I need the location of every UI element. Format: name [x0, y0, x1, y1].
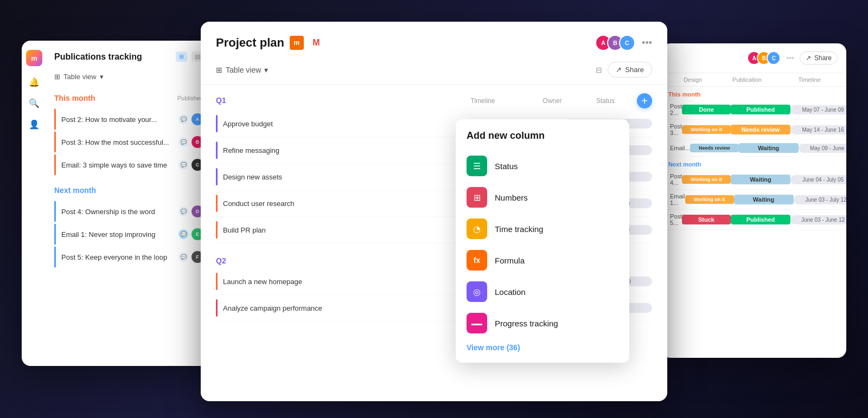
timeline-col-header: Timeline	[777, 76, 842, 83]
right-next-month-label: Next month	[662, 157, 846, 170]
left-panel-inner: Publications tracking ⊞ ▤ ⊞ Table view ▾…	[22, 41, 214, 267]
chat-icon: 💬	[178, 160, 188, 170]
design-badge: Working on it	[685, 195, 734, 204]
this-month-header: This month Published	[54, 94, 203, 102]
task-bar	[216, 195, 218, 212]
dropdown-title: Add new column	[467, 130, 618, 142]
right-table-row[interactable]: Post 2... Done Published May 07 - June 0…	[662, 100, 846, 120]
this-month-label: This month	[54, 94, 95, 102]
next-month-item-1[interactable]: Post 4: Ownership is the word 💬 D	[54, 201, 203, 222]
owner-col-header: Owner	[531, 97, 574, 105]
right-share-icon: ↗	[806, 54, 811, 62]
right-share-button[interactable]: ↗ Share	[800, 52, 838, 65]
right-task-name: Email 1...	[670, 193, 685, 206]
next-month-item-2[interactable]: Email 1: Never stop improving 💬 E	[54, 224, 203, 245]
this-month-item-3[interactable]: Email: 3 simple ways to save time 💬 C	[54, 155, 203, 175]
task-bar	[216, 168, 218, 185]
progress-label: Progress tracking	[495, 319, 558, 328]
right-task-name: Email...	[670, 145, 690, 151]
chat-icon: 💬	[178, 252, 188, 262]
location-icon: ◎	[467, 281, 487, 302]
app-logo: m	[26, 50, 42, 66]
next-month-header: Next month	[54, 186, 203, 195]
chevron-down-icon: ▾	[100, 73, 104, 81]
right-this-month-label: This month	[662, 87, 846, 100]
right-more-options[interactable]: •••	[786, 54, 794, 62]
right-table-row[interactable]: Post 3... Working on it Needs review May…	[662, 120, 846, 140]
table-icon: ⊞	[54, 73, 60, 81]
bell-icon[interactable]: 🔔	[29, 77, 40, 87]
item-icons: 💬 C	[178, 159, 203, 171]
chat-icon: 💬	[178, 114, 188, 124]
item-icons: 💬 A	[178, 113, 203, 125]
progress-icon: ▬▬	[467, 313, 487, 333]
table-view-bar: ⊞ Table view ▾ ⊟ ↗ Share	[201, 55, 667, 85]
dropdown-item-location[interactable]: ◎ Location	[467, 276, 618, 307]
design-badge: Working on it	[682, 175, 731, 184]
avatars-group: A B C	[595, 35, 635, 51]
next-month-item-3[interactable]: Post 5: Keep everyone in the loop 💬 F	[54, 247, 203, 267]
view-label: Table view	[63, 73, 97, 81]
user-icon[interactable]: 👤	[29, 119, 40, 130]
right-panel-header: A B C ••• ↗ Share	[662, 43, 846, 73]
design-badge: Needs review	[690, 144, 739, 152]
share-button[interactable]: ↗ Share	[608, 62, 652, 78]
view-selector[interactable]: ⊞ Table view ▾	[54, 73, 203, 81]
right-table-row[interactable]: Email 1... Working on it Waiting June 03…	[662, 190, 846, 210]
dropdown-item-numbers[interactable]: ⊞ Numbers	[467, 182, 618, 213]
item-text: Post 2: How to motivate your...	[61, 115, 174, 124]
dropdown-item-formula[interactable]: fx Formula	[467, 245, 618, 276]
dropdown-item-time-tracking[interactable]: ◔ Time tracking	[467, 213, 618, 245]
chevron-icon: ▾	[264, 66, 268, 74]
left-panel: Publications tracking ⊞ ▤ ⊞ Table view ▾…	[22, 41, 214, 366]
table-icon: ⊞	[216, 66, 222, 74]
dropdown-item-progress[interactable]: ▬▬ Progress tracking	[467, 307, 618, 339]
header-right: A B C •••	[595, 35, 652, 51]
task-bar	[216, 115, 218, 132]
table-view-right: ⊟ ↗ Share	[596, 62, 652, 78]
published-col-label: Published	[177, 95, 203, 101]
right-task-name: Post 2...	[670, 103, 682, 116]
right-panel: A B C ••• ↗ Share Design Publication Tim…	[662, 43, 846, 358]
this-month-item-2[interactable]: Post 3: How the most successful... 💬 B	[54, 132, 203, 152]
timeline-col-header: Timeline	[439, 97, 526, 105]
add-column-button[interactable]: +	[637, 93, 652, 108]
view-more-link[interactable]: View more (36)	[467, 343, 618, 352]
design-col-header: Design	[668, 76, 717, 83]
right-table-row[interactable]: Email... Needs review Waiting May 09 - J…	[662, 140, 846, 157]
main-panel-header: Project plan m M A B C •••	[201, 22, 667, 51]
timeline-badge: May 09 - June 23	[799, 144, 846, 153]
publication-badge: Published	[731, 215, 790, 224]
chat-icon: 💬	[178, 229, 188, 239]
numbers-label: Numbers	[495, 193, 528, 202]
share-label: Share	[625, 66, 644, 74]
more-options-icon[interactable]: •••	[642, 37, 652, 49]
filter-icon[interactable]: ⊟	[596, 66, 602, 74]
dropdown-item-status[interactable]: ☰ Status	[467, 150, 618, 182]
q1-label: Q1	[216, 96, 226, 105]
item-icons: 💬 F	[178, 251, 203, 263]
right-table-row[interactable]: Post 4... Working on it Waiting June 04 …	[662, 170, 846, 190]
table-icon-btn[interactable]: ⊞	[176, 52, 187, 62]
status-icon: ☰	[467, 156, 487, 176]
q2-label: Q2	[216, 256, 226, 265]
project-title: Project plan	[216, 36, 284, 50]
next-month-label: Next month	[54, 186, 96, 195]
item-text: Email 1: Never stop improving	[61, 230, 174, 239]
design-badge: Stuck	[682, 215, 731, 224]
table-view-label[interactable]: ⊞ Table view ▾	[216, 66, 268, 74]
right-table-row[interactable]: Post 5... Stuck Published June 03 - June…	[662, 210, 846, 230]
timeline-badge: June 03 - June 12	[790, 215, 846, 224]
task-bar	[216, 299, 218, 317]
item-text: Post 5: Keep everyone in the loop	[61, 253, 174, 261]
task-bar	[216, 142, 218, 159]
sidebar-nav: m 🔔 🔍 👤	[26, 43, 42, 136]
monday-integration-icon: m	[290, 36, 304, 50]
search-icon[interactable]: 🔍	[29, 98, 40, 108]
right-task-name: Post 5...	[670, 213, 682, 226]
this-month-item-1[interactable]: Post 2: How to motivate your... 💬 A	[54, 109, 203, 130]
numbers-icon: ⊞	[467, 187, 487, 208]
publication-badge: Waiting	[734, 195, 794, 204]
project-title-row: Project plan m M	[216, 36, 323, 50]
chat-icon: 💬	[178, 207, 188, 216]
